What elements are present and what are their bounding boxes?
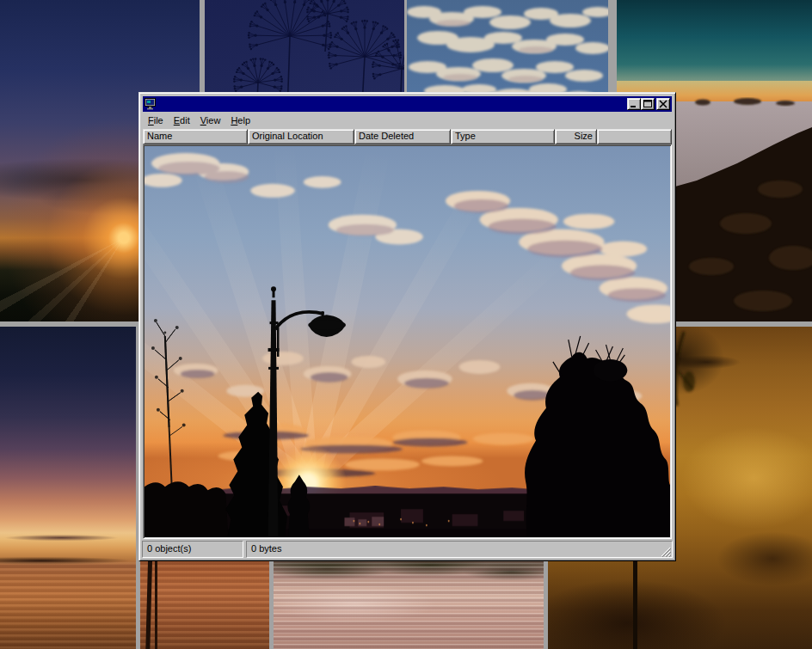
menu-help[interactable]: Help bbox=[225, 113, 255, 127]
menubar: FileEditViewHelp bbox=[142, 112, 673, 129]
wallpaper-photo-violet-sunset-water bbox=[0, 327, 136, 649]
minimize-button[interactable] bbox=[627, 98, 641, 110]
menu-view[interactable]: View bbox=[195, 113, 226, 127]
column-headers: NameOriginal LocationDate DeletedTypeSiz… bbox=[143, 129, 672, 144]
statusbar: 0 object(s) 0 bytes bbox=[142, 541, 673, 558]
status-objects: 0 object(s) bbox=[142, 541, 243, 558]
titlebar[interactable] bbox=[143, 96, 672, 112]
file-list-area[interactable] bbox=[143, 144, 672, 539]
column-header-name[interactable]: Name bbox=[143, 129, 248, 144]
window-controls bbox=[627, 98, 670, 110]
ripple-texture bbox=[274, 559, 544, 649]
menu-file[interactable]: File bbox=[143, 113, 169, 127]
menu-edit[interactable]: Edit bbox=[169, 113, 195, 127]
maximize-icon bbox=[643, 100, 653, 108]
computer-icon[interactable] bbox=[145, 98, 157, 110]
status-bytes: 0 bytes bbox=[246, 541, 673, 558]
water-texture bbox=[0, 562, 136, 649]
sunset-lamp-photo bbox=[145, 146, 670, 537]
column-header-type[interactable]: Type bbox=[451, 129, 555, 144]
close-button[interactable] bbox=[656, 98, 670, 110]
desktop: FileEditViewHelp NameOriginal LocationDa… bbox=[0, 0, 812, 649]
minimize-icon bbox=[629, 100, 639, 108]
column-header-size[interactable]: Size bbox=[555, 129, 597, 144]
column-header-filler[interactable] bbox=[597, 129, 672, 144]
column-header-date-deleted[interactable]: Date Deleted bbox=[354, 129, 451, 144]
recycle-bin-window: FileEditViewHelp NameOriginal LocationDa… bbox=[138, 92, 676, 561]
column-header-original-location[interactable]: Original Location bbox=[248, 129, 354, 144]
water-texture bbox=[140, 559, 269, 649]
wooden-pole bbox=[155, 555, 157, 649]
maximize-button[interactable] bbox=[641, 98, 655, 110]
resize-grip[interactable] bbox=[660, 545, 671, 556]
close-icon bbox=[658, 100, 668, 108]
